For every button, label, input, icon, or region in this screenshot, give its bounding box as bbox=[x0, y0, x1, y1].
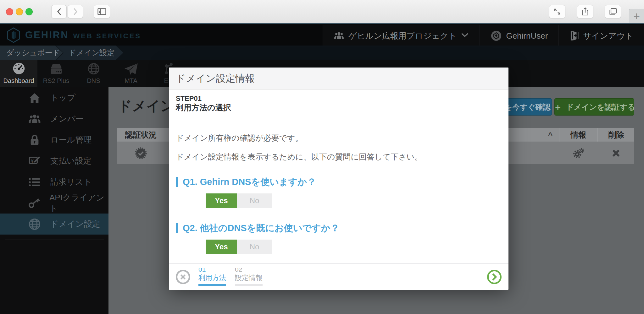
step-label: 利用方法 bbox=[198, 273, 226, 283]
sidebar-item-ロール管理[interactable]: ロール管理 bbox=[0, 129, 108, 150]
tab-overview-icon bbox=[609, 8, 617, 15]
question-2-no-button[interactable]: No bbox=[237, 240, 272, 254]
wizard-steps: 01利用方法02設定情報 bbox=[198, 268, 263, 286]
gehirn-circle-icon bbox=[491, 30, 502, 41]
question-2-yes-button[interactable]: Yes bbox=[206, 240, 237, 254]
col-auth-status: 認証状況 bbox=[117, 128, 164, 142]
minimize-window-button[interactable] bbox=[16, 8, 23, 15]
globe-icon bbox=[87, 62, 100, 75]
step-label: 設定情報 bbox=[235, 273, 263, 283]
user-name: GehirnUser bbox=[506, 31, 548, 41]
breadcrumb-dashboard[interactable]: ダッシュボード bbox=[0, 46, 63, 60]
nav-rs2-plus[interactable]: RS2 Plus bbox=[37, 60, 75, 87]
nav-label: MTA bbox=[125, 77, 137, 84]
sidebar-item-請求リスト[interactable]: 請求リスト bbox=[0, 171, 108, 192]
step-num: 01 bbox=[198, 268, 226, 273]
step-underline bbox=[235, 284, 263, 286]
question-text: Q1. Gehirn DNSを使いますか？ bbox=[183, 176, 316, 188]
brand-suffix: WEB SERVICES bbox=[73, 32, 141, 40]
new-tab-button[interactable]: + bbox=[629, 9, 644, 23]
chevron-right-icon bbox=[491, 273, 497, 281]
x-mark-icon bbox=[610, 148, 622, 159]
signout-button[interactable]: サインアウト bbox=[558, 25, 644, 46]
user-menu[interactable]: GehirnUser bbox=[480, 25, 558, 46]
modal-title: ドメイン設定情報 bbox=[176, 72, 255, 85]
wizard-step-02[interactable]: 02設定情報 bbox=[235, 268, 263, 286]
brand-name: GEHIRN bbox=[25, 30, 69, 41]
members-icon bbox=[28, 114, 42, 124]
forward-button[interactable] bbox=[68, 5, 83, 18]
share-up-arrow-icon bbox=[582, 7, 589, 16]
accent-bar bbox=[176, 223, 178, 233]
sidebar-item-label: 支払い設定 bbox=[50, 155, 92, 166]
lock-icon bbox=[28, 134, 42, 146]
sidebar-item-メンバー[interactable]: メンバー bbox=[0, 108, 108, 129]
app-header: GEHIRN WEB SERVICES ゲヒルン広報用プロジェクト bbox=[0, 23, 644, 46]
browser-toolbar: + bbox=[0, 0, 644, 23]
nav-mta[interactable]: MTA bbox=[112, 60, 150, 87]
question-1-heading: Q1. Gehirn DNSを使いますか？ bbox=[176, 176, 501, 188]
zoom-window-button[interactable] bbox=[25, 8, 33, 15]
info-cell[interactable] bbox=[559, 147, 597, 160]
delete-cell[interactable] bbox=[597, 148, 634, 159]
question-1-yes-button[interactable]: Yes bbox=[206, 193, 237, 208]
col-delete: 削除 bbox=[597, 128, 634, 142]
home-icon bbox=[28, 93, 42, 103]
chevron-left-icon bbox=[57, 8, 62, 15]
modal-paragraph: ドメイン所有権の確認が必要です。 bbox=[176, 133, 501, 143]
question-2-toggle: YesNo bbox=[206, 240, 501, 254]
check-now-button[interactable]: を今すぐ確認 bbox=[503, 98, 552, 116]
sidebar-item-支払い設定[interactable]: ¥支払い設定 bbox=[0, 150, 108, 171]
close-icon bbox=[180, 273, 186, 280]
step-underline bbox=[198, 284, 226, 286]
sidebar-item-ドメイン設定[interactable]: ドメイン設定 bbox=[0, 214, 108, 235]
close-window-button[interactable] bbox=[6, 8, 13, 15]
sidebar-item-label: トップ bbox=[50, 92, 75, 103]
col-info: 情報 bbox=[559, 128, 597, 142]
question-1-no-button[interactable]: No bbox=[237, 193, 272, 208]
sidebar-toggle-button[interactable] bbox=[94, 5, 110, 18]
signout-label: サインアウト bbox=[583, 30, 633, 41]
plus-icon: ＋ bbox=[553, 101, 562, 113]
sidebar-item-label: APIクライアント bbox=[49, 192, 108, 214]
nav-dns[interactable]: DNS bbox=[75, 60, 112, 87]
hexagon-logo-icon bbox=[6, 27, 21, 43]
project-selector[interactable]: ゲヒルン広報用プロジェクト bbox=[323, 25, 480, 46]
sidebar-panel-icon bbox=[97, 8, 106, 15]
close-modal-button[interactable] bbox=[176, 270, 190, 284]
sidebar-item-トップ[interactable]: トップ bbox=[0, 87, 108, 108]
nav-label: RS2 Plus bbox=[43, 77, 69, 84]
step-number: STEP01 bbox=[176, 95, 501, 103]
paper-plane-icon bbox=[124, 62, 138, 75]
sidebar-item-APIクライアント[interactable]: APIクライアント bbox=[0, 192, 108, 214]
share-button[interactable] bbox=[577, 5, 593, 18]
sidebar-divider bbox=[5, 240, 104, 240]
sidebar-item-label: 請求リスト bbox=[50, 176, 92, 187]
payment-icon: ¥ bbox=[28, 155, 42, 167]
fullscreen-button[interactable] bbox=[549, 5, 565, 18]
expand-arrows-icon bbox=[553, 8, 561, 15]
domain-settings-modal: ドメイン設定情報 STEP01 利用方法の選択 ドメイン所有権の確認が必要です。… bbox=[169, 68, 508, 290]
sidebar-item-label: ロール管理 bbox=[50, 134, 92, 145]
step-title: 利用方法の選択 bbox=[176, 103, 501, 112]
sidebar-item-label: メンバー bbox=[50, 113, 84, 124]
list-icon bbox=[28, 177, 42, 187]
gauge-icon bbox=[12, 62, 26, 75]
modal-footer: 01利用方法02設定情報 bbox=[169, 263, 508, 290]
sidebar-item-label: ドメイン設定 bbox=[50, 219, 100, 230]
chevron-right-icon bbox=[73, 8, 78, 15]
sort-chevron-icon: ^ bbox=[548, 131, 552, 139]
exit-door-icon bbox=[569, 31, 579, 41]
gehirn-logo[interactable]: GEHIRN WEB SERVICES bbox=[6, 27, 141, 43]
globe-icon bbox=[28, 218, 42, 231]
wizard-step-01[interactable]: 01利用方法 bbox=[198, 268, 226, 286]
project-name: ゲヒルン広報用プロジェクト bbox=[348, 30, 457, 41]
tab-overview-button[interactable] bbox=[605, 5, 621, 18]
people-group-icon bbox=[334, 32, 344, 40]
next-step-button[interactable] bbox=[487, 270, 502, 284]
back-button[interactable] bbox=[51, 5, 67, 18]
nav-dashboard[interactable]: Dashboard bbox=[0, 60, 37, 87]
verify-domain-button[interactable]: ＋ ドメインを認証する bbox=[554, 98, 634, 116]
breadcrumb-domain-settings[interactable]: ドメイン設定 bbox=[56, 46, 123, 60]
question-text: Q2. 他社のDNSを既にお使いですか？ bbox=[183, 222, 339, 235]
